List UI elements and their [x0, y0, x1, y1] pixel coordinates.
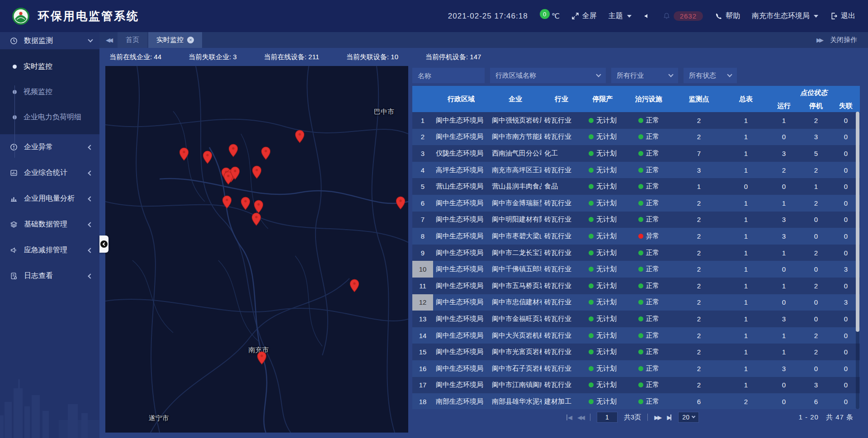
- map-pin-icon[interactable]: [241, 197, 250, 210]
- region-filter-select[interactable]: 行政区域名称: [490, 68, 606, 83]
- status-dot-icon: [589, 201, 594, 206]
- table-row[interactable]: 16阆中生态环境局阆中市石子页岩机砖厂砖瓦行业无计划正常21300: [412, 360, 860, 377]
- table-row[interactable]: 1阆中生态环境局阆中强锐页岩砖厂砖瓦行业无计划正常21120: [412, 112, 860, 129]
- fullscreen-button[interactable]: 全屏: [571, 11, 597, 21]
- first-page-button[interactable]: ◀: [566, 414, 571, 421]
- status-filter-select[interactable]: 所有状态: [684, 68, 737, 83]
- table-row[interactable]: 5营山生态环境局营山县润丰肉食品有限食品无计划正常10010: [412, 178, 860, 195]
- cell-meter-count: 1: [724, 377, 768, 394]
- sidebar-subitem-video[interactable]: 视频监控: [0, 79, 99, 104]
- table-row[interactable]: 14阆中生态环境局阆中大兴页岩机砖厂砖瓦行业无计划正常21120: [412, 327, 860, 344]
- tab-首页[interactable]: 首页: [118, 32, 147, 48]
- sidebar-item-power-analysis[interactable]: 企业用电量分析: [0, 186, 99, 212]
- tabs-scroll-right-icon[interactable]: ▶▶: [816, 37, 822, 43]
- status-dot-icon: [638, 382, 643, 387]
- map-pin-icon[interactable]: [257, 351, 267, 365]
- tab-实时监控[interactable]: 实时监控×: [148, 32, 202, 48]
- table-row[interactable]: 12阆中生态环境局阆中市忠信建材有限公砖瓦行业无计划正常21003: [412, 294, 860, 311]
- table-row[interactable]: 10阆中生态环境局阆中千佛镇五郎垭页岩砖瓦行业无计划正常21003: [412, 261, 860, 278]
- row-index: 1: [412, 112, 433, 129]
- table-row[interactable]: 18南部生态环境局南部县雄华水泥有限公建材加工无计划正常62060: [412, 393, 860, 409]
- map-panel[interactable]: 巴中市南充市遂宁市: [105, 66, 408, 433]
- table-row[interactable]: 17阆中生态环境局阆中市江南镇阆南页岩砖瓦行业无计划正常21030: [412, 377, 860, 394]
- map-pin-icon[interactable]: [349, 279, 359, 292]
- cell-stop-status: 无计划: [581, 360, 624, 377]
- cell-meter-count: 0: [724, 178, 768, 195]
- page-size-select[interactable]: 20: [678, 412, 699, 423]
- next-page-button[interactable]: ▶▶: [654, 414, 660, 421]
- sidebar-subitem-realtime[interactable]: 实时监控: [0, 54, 99, 79]
- sidebar-item-emergency[interactable]: 应急减排管理: [0, 237, 99, 263]
- table-row[interactable]: 11阆中生态环境局阆中市五马桥页岩机砖砖瓦行业无计划正常21120: [412, 278, 860, 294]
- map-pin-icon[interactable]: [230, 166, 240, 180]
- bell-icon: [663, 12, 670, 20]
- sidebar-subitem-power-load[interactable]: 企业电力负荷明细: [0, 104, 99, 130]
- theme-dropdown[interactable]: 主题: [609, 11, 632, 21]
- map-pin-icon[interactable]: [203, 151, 212, 164]
- table-row[interactable]: 7阆中生态环境局阆中明阳建材有限公司砖瓦行业无计划正常21300: [412, 212, 860, 228]
- scrollbar-thumb[interactable]: [856, 112, 859, 332]
- close-operations-button[interactable]: 关闭操作: [830, 36, 857, 44]
- table-row[interactable]: 2阆中生态环境局阆中市南方节能建材有砖瓦行业无计划正常21030: [412, 129, 860, 146]
- map-pin-icon[interactable]: [252, 165, 262, 179]
- prev-page-button[interactable]: ◀◀: [577, 414, 584, 421]
- tab-close-icon[interactable]: ×: [187, 37, 194, 43]
- map-pin-icon[interactable]: [254, 200, 264, 213]
- map-pin-icon[interactable]: [222, 195, 232, 209]
- table-row[interactable]: 8阆中生态环境局阆中市枣碧大梁山页岩砖瓦行业无计划异常21300: [412, 228, 860, 245]
- cell-run-count: 3: [768, 212, 800, 228]
- map-pin-icon[interactable]: [261, 146, 271, 160]
- sidebar-item-label: 基础数据管理: [24, 220, 89, 229]
- industry-filter-select[interactable]: 所有行业: [611, 68, 678, 83]
- cell-run-count: 3: [768, 311, 800, 327]
- cell-halt-count: 2: [800, 195, 832, 212]
- pagination-bar: ◀ ◀◀ 共3页 ▶▶ ▶ 20 1 - 20 共 47 条: [412, 409, 860, 425]
- status-dot-icon: [589, 118, 594, 123]
- org-dropdown[interactable]: 南充市生态环境局: [752, 11, 818, 21]
- sidebar-item-data-monitor[interactable]: 数据监测: [0, 32, 99, 49]
- total-pages-label: 共3页: [624, 413, 641, 422]
- table-row[interactable]: 15阆中生态环境局阆中市光富页岩机砖厂砖瓦行业无计划正常21120: [412, 344, 860, 360]
- table-row[interactable]: 6阆中生态环境局阆中市金博瑞新型墙材砖瓦行业无计划正常21120: [412, 195, 860, 212]
- status-dot-icon: [638, 399, 643, 404]
- cell-facility-status: 正常: [624, 311, 674, 327]
- map-pin-icon[interactable]: [295, 130, 305, 143]
- table-scrollbar[interactable]: [856, 112, 859, 409]
- cell-industry: 砖瓦行业: [542, 278, 581, 294]
- tabs-scroll-left-icon[interactable]: ◀◀: [99, 37, 118, 43]
- volume-button[interactable]: [643, 12, 651, 20]
- stats-icon: [10, 169, 18, 177]
- help-button[interactable]: 帮助: [715, 11, 740, 21]
- table-row[interactable]: 9阆中生态环境局阆中市二龙长宝页岩砖砖瓦行业无计划正常21120: [412, 245, 860, 261]
- map-pin-icon[interactable]: [251, 212, 261, 226]
- last-page-button[interactable]: ▶: [667, 414, 672, 421]
- table-row[interactable]: 3仪陇生态环境局西南油气田分公司川中化工无计划正常71350: [412, 145, 860, 162]
- cell-monitor-count: 6: [674, 393, 724, 409]
- logout-button[interactable]: 退出: [830, 11, 855, 21]
- row-index: 16: [412, 360, 433, 377]
- stat-item: 当前失联企业: 3: [189, 53, 237, 61]
- phone-icon: [715, 12, 722, 20]
- tab-label: 实时监控: [156, 36, 184, 44]
- sidebar-item-company-stats[interactable]: 企业综合统计: [0, 160, 99, 186]
- sidebar-item-logs[interactable]: 日志查看: [0, 263, 99, 289]
- map-pin-icon[interactable]: [179, 147, 189, 161]
- map-pin-icon[interactable]: [396, 196, 406, 210]
- cell-region: 阆中生态环境局: [433, 261, 489, 278]
- page-size-value: 20: [682, 414, 689, 421]
- sidebar-item-company-abnormal[interactable]: 企业异常: [0, 134, 99, 160]
- sidebar-item-base-data[interactable]: 基础数据管理: [0, 212, 99, 237]
- status-dot-icon: [638, 349, 643, 354]
- cell-monitor-count: 2: [674, 245, 724, 261]
- map-pin-icon[interactable]: [228, 144, 238, 157]
- sidebar-collapse-handle[interactable]: [99, 235, 108, 253]
- cell-halt-count: 2: [800, 327, 832, 344]
- notifications[interactable]: 2632: [663, 11, 703, 21]
- cell-company: 阆中市五马桥页岩机砖: [489, 278, 542, 294]
- cell-run-count: 1: [768, 112, 800, 129]
- name-filter-input[interactable]: [418, 72, 479, 80]
- table-row[interactable]: 13阆中生态环境局阆中市金福旺页岩机砖砖瓦行业无计划正常21300: [412, 311, 860, 327]
- tabs-holder: 首页实时监控×: [118, 32, 203, 48]
- page-number-input[interactable]: [597, 412, 618, 423]
- table-row[interactable]: 4高坪生态环境局南充市高坪区王家店建砖瓦行业无计划正常31220: [412, 162, 860, 179]
